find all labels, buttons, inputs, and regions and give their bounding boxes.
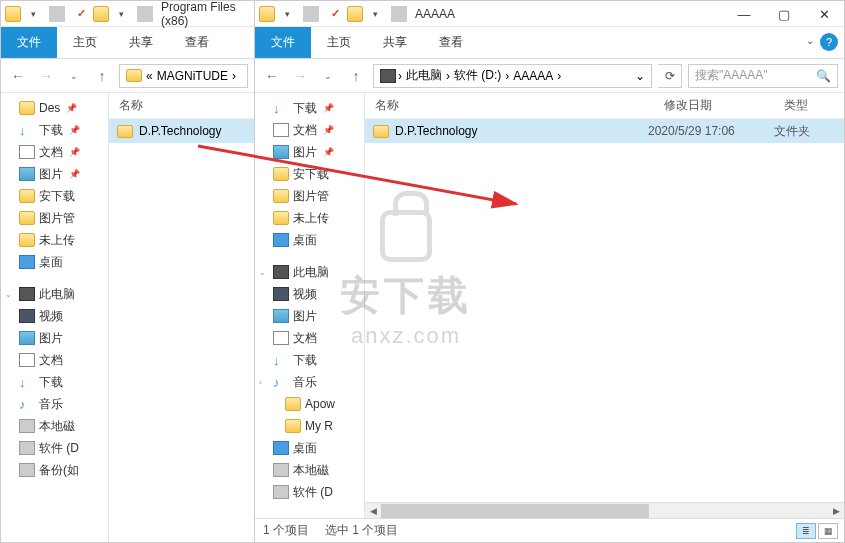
sidebar-item[interactable]: 未上传 xyxy=(255,207,364,229)
sidebar-item[interactable]: ›♪音乐 xyxy=(255,371,364,393)
column-headers[interactable]: 名称 xyxy=(109,93,254,119)
drv-icon xyxy=(19,441,35,455)
sidebar-item[interactable]: Apow xyxy=(255,393,364,415)
crumb-item[interactable]: MAGNiTUDE xyxy=(155,69,230,83)
recent-chevron-icon[interactable]: ⌄ xyxy=(317,65,339,87)
recent-chevron-icon[interactable]: ⌄ xyxy=(63,65,85,87)
tab-home[interactable]: 主页 xyxy=(311,27,367,58)
sidebar-item[interactable]: 安下载 xyxy=(255,163,364,185)
titlebar[interactable]: ▾ ▾ Program Files (x86) xyxy=(1,1,254,27)
nav-pane[interactable]: Des📌↓下载📌文档📌图片📌安下载图片管未上传桌面 ⌄ 此电脑 视频图片文档↓下… xyxy=(1,93,109,542)
up-button[interactable]: ↑ xyxy=(345,65,367,87)
tab-share[interactable]: 共享 xyxy=(113,27,169,58)
search-icon: 🔍 xyxy=(816,69,831,83)
titlebar[interactable]: ▾ ▾ AAAAA — ▢ ✕ xyxy=(255,1,844,27)
sidebar-item[interactable]: 桌面 xyxy=(255,437,364,459)
folder-icon xyxy=(126,69,142,82)
sidebar-item[interactable]: 文档 xyxy=(1,349,108,371)
sidebar-item[interactable]: 软件 (D xyxy=(1,437,108,459)
folder-icon xyxy=(373,125,389,138)
close-button[interactable]: ✕ xyxy=(804,1,844,27)
qat-folder-icon[interactable] xyxy=(347,6,363,22)
sidebar-item[interactable]: 图片管 xyxy=(255,185,364,207)
nav-pane[interactable]: ↓下载📌文档📌图片📌安下载图片管未上传桌面 ⌄ 此电脑 视频图片文档↓下载›♪音… xyxy=(255,93,365,518)
sidebar-item[interactable]: 备份(如 xyxy=(1,459,108,481)
status-bar: 1 个项目 选中 1 个项目 ≣ ▦ xyxy=(255,518,844,542)
crumb-item[interactable]: AAAAA xyxy=(511,69,555,83)
refresh-button[interactable]: ⟳ xyxy=(658,64,682,88)
sidebar-item[interactable]: 软件 (D xyxy=(255,481,364,503)
sidebar-item[interactable]: ↓下载📌 xyxy=(255,97,364,119)
address-bar: ← → ⌄ ↑ « MAGNiTUDE › xyxy=(1,59,254,93)
sidebar-item[interactable]: 本地磁 xyxy=(255,459,364,481)
tab-view[interactable]: 查看 xyxy=(169,27,225,58)
sidebar-item[interactable]: 图片📌 xyxy=(255,141,364,163)
sidebar-item[interactable]: ↓下载 xyxy=(1,371,108,393)
forward-button[interactable]: → xyxy=(289,65,311,87)
breadcrumb[interactable]: « MAGNiTUDE › xyxy=(119,64,248,88)
breadcrumb[interactable]: › 此电脑› 软件 (D:)› AAAAA› ⌄ xyxy=(373,64,652,88)
column-headers[interactable]: 名称 修改日期 类型 xyxy=(365,93,844,119)
down-icon: ↓ xyxy=(19,375,35,389)
sidebar-item[interactable]: 图片📌 xyxy=(1,163,108,185)
sidebar-item[interactable]: ♪音乐 xyxy=(1,393,108,415)
address-bar: ← → ⌄ ↑ › 此电脑› 软件 (D:)› AAAAA› ⌄ ⟳ 搜索"AA… xyxy=(255,59,844,93)
qat-folder-icon[interactable] xyxy=(93,6,109,22)
file-list[interactable]: 名称 修改日期 类型 D.P.Technology 2020/5/29 17:0… xyxy=(365,93,844,518)
sidebar-item[interactable]: 图片 xyxy=(1,327,108,349)
tab-home[interactable]: 主页 xyxy=(57,27,113,58)
file-row[interactable]: D.P.Technology xyxy=(109,119,254,143)
col-name[interactable]: 名称 xyxy=(109,97,153,114)
sidebar-item[interactable]: 本地磁 xyxy=(1,415,108,437)
sidebar-item[interactable]: 桌面 xyxy=(255,229,364,251)
tab-view[interactable]: 查看 xyxy=(423,27,479,58)
desk-icon xyxy=(273,233,289,247)
sidebar-item[interactable]: 视频 xyxy=(255,283,364,305)
folder-icon xyxy=(273,167,289,181)
up-button[interactable]: ↑ xyxy=(91,65,113,87)
nav-this-pc[interactable]: ⌄ 此电脑 xyxy=(1,283,108,305)
file-list[interactable]: 名称 D.P.Technology xyxy=(109,93,254,542)
doc-icon xyxy=(273,331,289,345)
sidebar-item[interactable]: ↓下载 xyxy=(255,349,364,371)
sidebar-item[interactable]: 图片 xyxy=(255,305,364,327)
expand-ribbon-icon[interactable]: ⌄ xyxy=(806,35,814,46)
sidebar-item[interactable]: ↓下载📌 xyxy=(1,119,108,141)
sidebar-item[interactable]: Des📌 xyxy=(1,97,108,119)
tab-file[interactable]: 文件 xyxy=(1,27,57,58)
sidebar-item[interactable]: My R xyxy=(255,415,364,437)
tab-share[interactable]: 共享 xyxy=(367,27,423,58)
chevron-down-icon[interactable]: ▾ xyxy=(279,6,295,22)
crumb-item[interactable]: 软件 (D:) xyxy=(452,67,503,84)
help-button[interactable]: ? xyxy=(820,33,838,51)
view-icons-button[interactable]: ▦ xyxy=(818,523,838,539)
crumb-item[interactable]: 此电脑 xyxy=(404,67,444,84)
back-button[interactable]: ← xyxy=(7,65,29,87)
sidebar-item[interactable]: 视频 xyxy=(1,305,108,327)
back-button[interactable]: ← xyxy=(261,65,283,87)
maximize-button[interactable]: ▢ xyxy=(764,1,804,27)
col-date[interactable]: 修改日期 xyxy=(654,97,774,114)
sidebar-item[interactable]: 安下载 xyxy=(1,185,108,207)
tab-file[interactable]: 文件 xyxy=(255,27,311,58)
hscrollbar[interactable]: ◀ ▶ xyxy=(365,502,844,518)
nav-this-pc[interactable]: ⌄ 此电脑 xyxy=(255,261,364,283)
minimize-button[interactable]: — xyxy=(724,1,764,27)
file-row[interactable]: D.P.Technology 2020/5/29 17:06 文件夹 xyxy=(365,119,844,143)
sidebar-item[interactable]: 桌面 xyxy=(1,251,108,273)
desk-icon xyxy=(19,255,35,269)
pin-icon: 📌 xyxy=(69,125,80,135)
view-details-button[interactable]: ≣ xyxy=(796,523,816,539)
sidebar-item[interactable]: 文档📌 xyxy=(1,141,108,163)
sidebar-item[interactable]: 文档📌 xyxy=(255,119,364,141)
sidebar-item[interactable]: 文档 xyxy=(255,327,364,349)
qat-chevron-icon[interactable]: ▾ xyxy=(113,6,129,22)
sidebar-item[interactable]: 图片管 xyxy=(1,207,108,229)
col-type[interactable]: 类型 xyxy=(774,97,844,114)
chevron-down-icon[interactable]: ▾ xyxy=(25,6,41,22)
search-input[interactable]: 搜索"AAAAA" 🔍 xyxy=(688,64,838,88)
col-name[interactable]: 名称 xyxy=(365,97,654,114)
sidebar-item[interactable]: 未上传 xyxy=(1,229,108,251)
forward-button[interactable]: → xyxy=(35,65,57,87)
qat-chevron-icon[interactable]: ▾ xyxy=(367,6,383,22)
